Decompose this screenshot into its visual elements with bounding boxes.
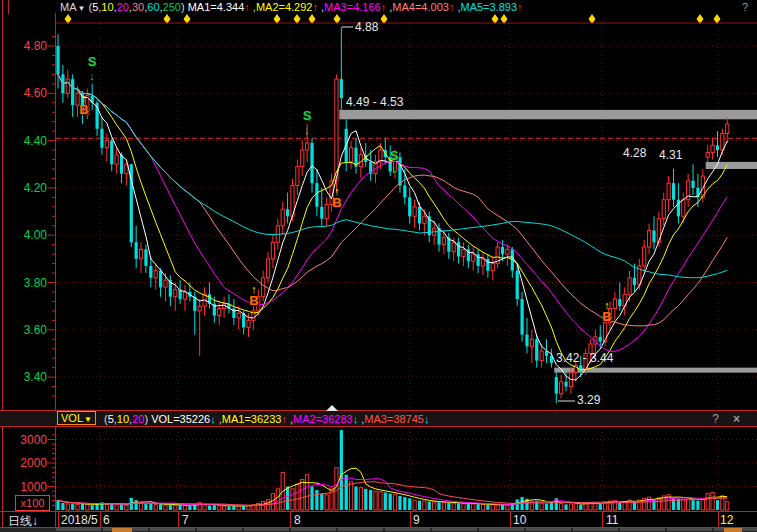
buy-signal-marker: B (600, 311, 614, 322)
buy-signal-marker: B (77, 104, 91, 115)
timeline-separator (510, 512, 511, 527)
timeline-month-label: 12 (720, 513, 733, 527)
annotation-gap2-label: 3.42 - 3.44 (556, 351, 613, 365)
price-axis-label: 3.80 (0, 276, 47, 290)
annotation-gap3-right: 4.31 (659, 148, 682, 162)
bottom-scrollbar[interactable] (0, 528, 757, 532)
timeline-separator (410, 512, 411, 527)
timeline-separator (58, 512, 59, 527)
chevron-down-icon: ▼ (84, 415, 92, 424)
annotation-gap1-label: 4.49 - 4.53 (346, 95, 403, 109)
timeline-separator (290, 512, 291, 527)
timeline-month-label: 2018/5 (61, 513, 98, 527)
timeline-separator (718, 512, 719, 527)
sell-arrow-icon: ↓ (300, 125, 314, 136)
price-axis-label: 4.00 (0, 228, 47, 242)
stock-chart-window: MA▼ (5,10,20,30,60,250) MA1=4.344↑ ,MA2=… (0, 0, 757, 532)
scrollbar-segment[interactable] (244, 528, 289, 531)
timeline-month-label: 7 (182, 513, 189, 527)
scrollbar-segment[interactable] (479, 528, 524, 531)
price-axis-label: 4.80 (0, 39, 47, 53)
vol-values-readout: (5,10,20) VOL=35226↓ ,MA1=36233↑ ,MA2=36… (104, 413, 429, 425)
vol-indicator-label: VOL (61, 412, 83, 424)
price-axis-label: 3.60 (0, 323, 47, 337)
date-bar: 日线↓ 2018/56789101112 (0, 512, 757, 527)
price-axis-label: 4.60 (0, 86, 47, 100)
scrollbar-segment[interactable] (573, 528, 618, 531)
volume-axis-label: 3000 (0, 433, 47, 447)
volume-axis-label: 2000 (0, 456, 47, 470)
timeline-month-label: 8 (294, 513, 301, 527)
sell-arrow-icon: ↓ (387, 164, 401, 175)
buy-signal-marker: B (247, 295, 261, 306)
down-arrow-icon: ↓ (32, 514, 38, 528)
scrollbar-segment[interactable] (291, 528, 336, 531)
volume-header-bar: VOL▼ (5,10,20) VOL=35226↓ ,MA1=36233↑ ,M… (0, 410, 757, 427)
scrollbar-segment[interactable] (385, 528, 430, 531)
scrollbar-segment[interactable] (150, 528, 195, 531)
buy-signal-marker: B (330, 197, 344, 208)
scrollbar-segment[interactable] (197, 528, 242, 531)
timeline-month-label: 11 (606, 513, 618, 527)
help-icon[interactable]: ? (712, 412, 719, 427)
scrollbar-highlight[interactable] (724, 528, 742, 532)
scrollbar-highlight[interactable] (112, 528, 132, 532)
sell-signal-marker: S (387, 150, 401, 161)
volume-axis-label: 1000 (0, 480, 47, 494)
scrollbar-segment[interactable] (432, 528, 477, 531)
price-axis-label: 4.20 (0, 181, 47, 195)
timeline-separator (178, 512, 179, 527)
scrollbar-segment[interactable] (620, 528, 665, 531)
pane-divider-handle[interactable] (326, 405, 338, 411)
scrollbar-segment[interactable] (338, 528, 383, 531)
volume-unit-box: x100 (15, 495, 50, 511)
candlestick-chart[interactable] (0, 0, 757, 532)
timeline-month-label: 9 (413, 513, 420, 527)
vol-indicator-dropdown[interactable]: VOL▼ (57, 411, 96, 425)
close-icon[interactable]: × (733, 412, 740, 427)
sell-arrow-icon: ↓ (85, 71, 99, 82)
annotation-gap3-left: 4.28 (623, 146, 646, 160)
price-axis-label: 4.40 (0, 134, 47, 148)
timeline-separator (602, 512, 603, 527)
scrollbar-segment[interactable] (526, 528, 571, 531)
annotation-low-329: 3.29 (577, 393, 600, 407)
timeline-month-label: 6 (103, 513, 110, 527)
sell-signal-marker: S (85, 56, 99, 67)
scrollbar-segment[interactable] (667, 528, 712, 531)
timeline-month-label: 10 (513, 513, 526, 527)
scrollbar-segment[interactable] (56, 528, 101, 531)
price-axis-label: 3.40 (0, 370, 47, 384)
timeline-separator (100, 512, 101, 527)
sell-signal-marker: S (300, 110, 314, 121)
annotation-high-488: 4.88 (355, 20, 378, 34)
period-label: 日线 (8, 514, 32, 528)
